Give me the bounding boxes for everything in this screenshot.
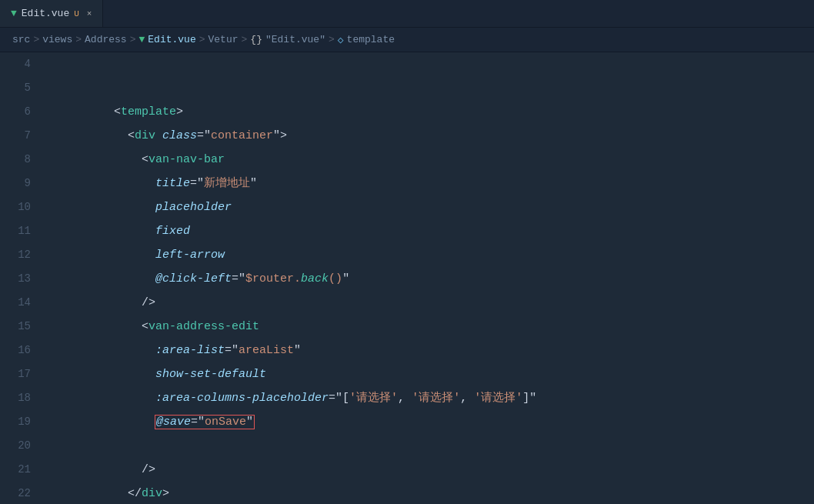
code-line-6: 6 <div class="container"> bbox=[0, 100, 814, 124]
breadcrumb-vetur: Vetur bbox=[209, 34, 239, 45]
tab-filename: Edit.vue bbox=[22, 8, 69, 19]
breadcrumb-editvue: Edit.vue bbox=[148, 34, 195, 45]
breadcrumb-vue-icon: ▼ bbox=[138, 34, 145, 45]
vue-icon: ▼ bbox=[11, 8, 17, 19]
breadcrumb-address: Address bbox=[85, 34, 127, 45]
code-line-4: 4 bbox=[0, 52, 814, 76]
code-line-7: 7 <van-nav-bar bbox=[0, 124, 814, 148]
editor: 4 5 <template> 6 <div class="container">… bbox=[0, 52, 814, 504]
code-line-21: 21 </div> bbox=[0, 458, 814, 482]
tab-close-icon[interactable]: × bbox=[87, 9, 92, 18]
code-line-18: 18 @save="onSave" bbox=[0, 386, 814, 410]
code-line-14: 14 <van-address-edit bbox=[0, 291, 814, 315]
code-line-8: 8 title="新增地址" bbox=[0, 148, 814, 172]
code-line-15: 15 :area-list="areaList" bbox=[0, 315, 814, 339]
code-line-11: 11 left-arrow bbox=[0, 219, 814, 243]
breadcrumb-editvue2: "Edit.vue" bbox=[265, 34, 325, 45]
code-line-5: 5 <template> bbox=[0, 76, 814, 100]
breadcrumb-curly: {} bbox=[250, 34, 262, 45]
code-line-20: 20 /> bbox=[0, 434, 814, 458]
breadcrumb-template: template bbox=[347, 34, 395, 45]
tab-bar: ▼ Edit.vue U × bbox=[0, 0, 814, 28]
code-line-19: 19 bbox=[0, 410, 814, 434]
code-line-17: 17 :area-columns-placeholder="['请选择', '请… bbox=[0, 362, 814, 386]
code-line-12: 12 @click-left="$router.back()" bbox=[0, 243, 814, 267]
tab-modified: U bbox=[74, 9, 79, 18]
code-line-9: 9 placeholder bbox=[0, 172, 814, 195]
code-line-10: 10 fixed bbox=[0, 195, 814, 219]
breadcrumb-views: views bbox=[42, 34, 72, 45]
breadcrumb: src > views > Address > ▼ Edit.vue > Vet… bbox=[0, 28, 814, 52]
breadcrumb-src: src bbox=[12, 34, 30, 45]
code-line-22: 22 </template> bbox=[0, 482, 814, 504]
code-line-16: 16 show-set-default bbox=[0, 339, 814, 362]
tab-edit-vue[interactable]: ▼ Edit.vue U × bbox=[0, 0, 103, 27]
breadcrumb-template-icon: ◇ bbox=[338, 34, 344, 46]
code-line-13: 13 /> bbox=[0, 267, 814, 291]
